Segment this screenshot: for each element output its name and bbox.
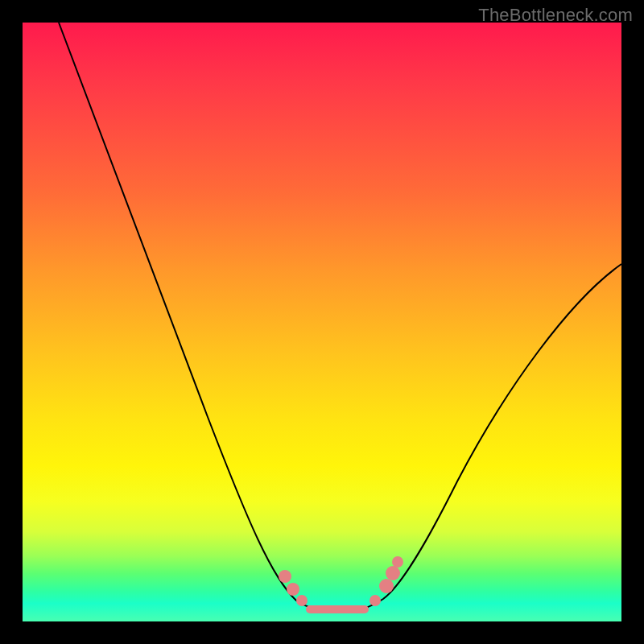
- curve-marker: [287, 583, 299, 596]
- curve-marker: [392, 556, 403, 568]
- curve-marker: [369, 595, 381, 606]
- plot-area: [23, 23, 621, 621]
- outer-frame: TheBottleneck.com: [0, 0, 644, 644]
- curve-svg: [23, 23, 621, 621]
- curve-marker: [379, 579, 394, 593]
- curve-marker: [386, 566, 400, 580]
- curve-marker: [279, 570, 291, 583]
- trough-marker-bar: [306, 605, 369, 613]
- watermark-text: TheBottleneck.com: [478, 5, 633, 26]
- curve-marker: [296, 595, 308, 606]
- bottleneck-curve: [59, 23, 621, 610]
